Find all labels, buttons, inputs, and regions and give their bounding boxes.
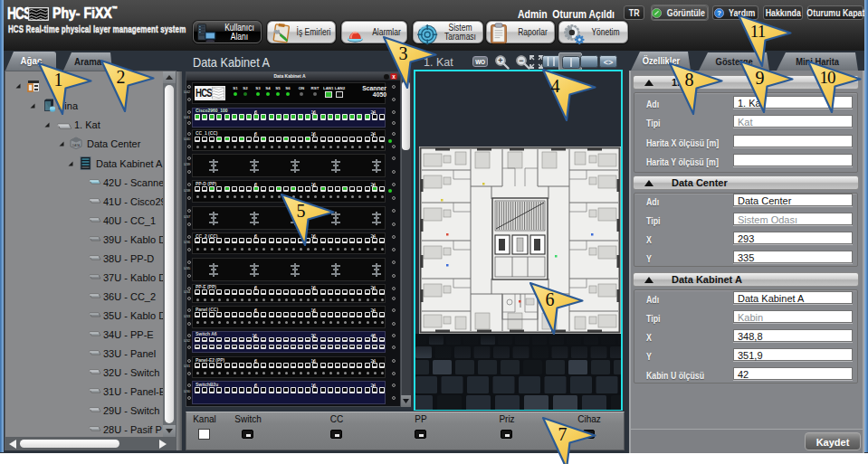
- svg-text:DATA: DATA: [72, 144, 81, 147]
- svg-text:7: 7: [558, 424, 568, 444]
- svg-text:+: +: [498, 56, 502, 65]
- svg-text:6: 6: [546, 289, 555, 309]
- svg-text:9: 9: [756, 68, 765, 88]
- svg-text:−: −: [519, 56, 523, 65]
- svg-text:4: 4: [551, 76, 560, 96]
- svg-text:?: ?: [717, 9, 721, 17]
- svg-text:10: 10: [820, 68, 836, 87]
- svg-text:<>: <>: [604, 58, 614, 67]
- svg-text:1: 1: [54, 70, 62, 90]
- svg-text:11: 11: [750, 22, 766, 41]
- svg-text:3: 3: [399, 43, 408, 63]
- svg-text:8: 8: [685, 70, 694, 90]
- svg-text:2: 2: [117, 67, 125, 87]
- svg-text:5: 5: [297, 201, 306, 221]
